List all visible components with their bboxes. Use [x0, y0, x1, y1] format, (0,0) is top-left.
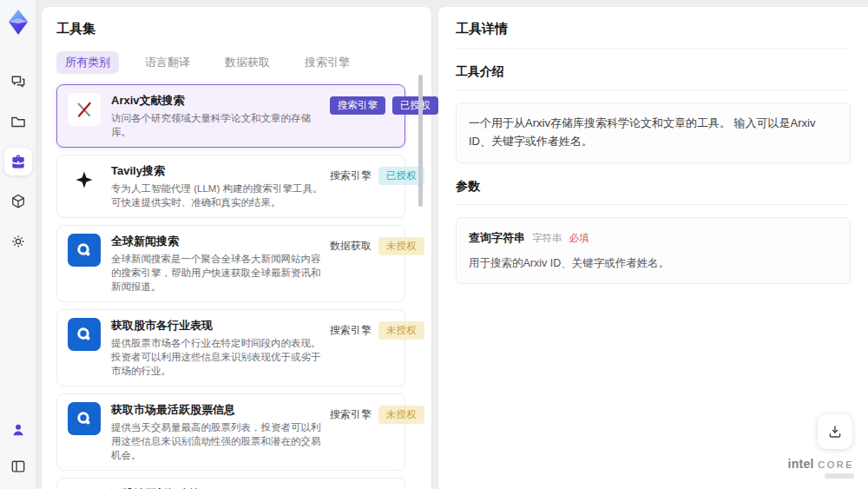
intel-brand-text: intel [787, 457, 813, 471]
tool-badges: 搜索引擎 未授权 [330, 402, 424, 424]
category-badge: 搜索引擎 [330, 96, 385, 115]
intro-heading: 工具介绍 [456, 64, 851, 90]
download-button[interactable] [818, 414, 852, 449]
tool-name: Arxiv文献搜索 [111, 93, 330, 109]
news-service-icon [68, 234, 101, 267]
tool-list-item[interactable]: 万维地区新闻查询 查询具体行政区划内的新闻，快速了解各地新闻动态 搜索引擎 未授… [56, 478, 405, 489]
tool-list-item[interactable]: 获取股市各行业表现 提供股票市场各个行业在特定时间段内的表现。投资者可以利用这些… [56, 309, 405, 387]
tool-text: 获取股市各行业表现 提供股票市场各个行业在特定时间段内的表现。投资者可以利用这些… [111, 318, 330, 378]
sidebar-item-tools[interactable] [4, 148, 32, 175]
tool-detail-panel: 工具详情 工具介绍 一个用于从Arxiv存储库搜索科学论文和文章的工具。 输入可… [438, 7, 868, 489]
tab-category-1[interactable]: 语言翻译 [136, 51, 199, 74]
tool-description: 提供股票市场各个行业在特定时间段内的表现。投资者可以利用这些信息来识别表现优于或… [111, 336, 330, 378]
tool-description: 全球新闻搜索是一个聚合全球各大新闻网站内容的搜索引擎，帮助用户快速获取全球最新资… [111, 252, 330, 294]
category-badge: 搜索引擎 [330, 169, 372, 183]
left-rail [0, 0, 36, 489]
intel-core-logo: intel core [787, 457, 854, 479]
param-card: 查询字符串 字符串 必填 用于搜索的Arxiv ID、关键字或作者姓名。 [456, 217, 851, 285]
category-tabs: 所有类别语言翻译数据获取搜索引擎 [56, 51, 418, 74]
param-type: 字符串 [532, 230, 562, 246]
news-service-icon [68, 318, 101, 351]
tool-list-panel: 工具集 所有类别语言翻译数据获取搜索引擎 Arxiv文献搜索 访问各个研究领域大… [42, 7, 431, 489]
scrollbar-thumb[interactable] [418, 75, 423, 207]
rail-nav [4, 68, 32, 255]
category-badge: 搜索引擎 [330, 407, 372, 422]
tab-category-3[interactable]: 搜索引擎 [296, 51, 358, 74]
sidebar-item-chat[interactable] [4, 68, 32, 96]
tool-list-item[interactable]: Tavily搜索 专为人工智能代理 (LLM) 构建的搜索引擎工具。可快速提供实… [56, 155, 405, 218]
tab-category-0[interactable]: 所有类别 [56, 51, 119, 74]
intro-text: 一个用于从Arxiv存储库搜索科学论文和文章的工具。 输入可以是Arxiv ID… [456, 102, 851, 163]
collapse-panel-icon [10, 458, 27, 475]
sidebar-item-files[interactable] [4, 108, 32, 135]
auth-status-badge: 未授权 [378, 321, 424, 340]
tab-category-2[interactable]: 数据获取 [216, 51, 279, 74]
params-heading: 参数 [456, 179, 851, 205]
tool-badges: 搜索引擎 未授权 [330, 318, 424, 340]
param-name: 查询字符串 [469, 229, 525, 248]
app-logo [6, 9, 30, 36]
tool-text: Arxiv文献搜索 访问各个研究领域大量科学论文和文章的存储库。 [111, 93, 330, 139]
category-badge: 搜索引擎 [330, 323, 372, 338]
tool-list-item[interactable]: 获取市场最活跃股票信息 提供当天交易量最高的股票列表，投资者可以利用这些信息来识… [56, 393, 405, 471]
page-title: 工具集 [56, 21, 418, 37]
tool-description: 提供当天交易量最高的股票列表，投资者可以利用这些信息来识别流动性强的股票和潜在的… [111, 420, 330, 462]
sidebar-item-plugins[interactable] [4, 188, 32, 215]
chat-icon [10, 73, 27, 90]
arxiv-logo-icon [68, 93, 101, 126]
tool-list-item[interactable]: 全球新闻搜索 全球新闻搜索是一个聚合全球各大新闻网站内容的搜索引擎，帮助用户快速… [56, 225, 405, 302]
cube-icon [10, 193, 27, 210]
tool-badges: 数据获取 未授权 [330, 234, 424, 255]
param-required-flag: 必填 [569, 230, 589, 246]
core-brand-text: core [818, 459, 854, 470]
tool-name: 获取股市各行业表现 [111, 318, 330, 334]
tool-description: 专为人工智能代理 (LLM) 构建的搜索引擎工具。可快速提供实时、准确和真实的结… [111, 182, 330, 209]
auth-status-badge: 已授权 [392, 96, 438, 115]
auth-status-badge: 已授权 [378, 167, 424, 185]
tool-name: 获取市场最活跃股票信息 [111, 402, 330, 418]
tool-text: Tavily搜索 专为人工智能代理 (LLM) 构建的搜索引擎工具。可快速提供实… [111, 163, 330, 209]
param-description: 用于搜索的Arxiv ID、关键字或作者姓名。 [469, 254, 838, 272]
auth-status-badge: 未授权 [378, 237, 424, 255]
tool-text: 获取市场最活跃股票信息 提供当天交易量最高的股票列表，投资者可以利用这些信息来识… [111, 402, 330, 462]
tool-name: 全球新闻搜索 [111, 234, 330, 249]
intel-sub-mark [825, 473, 854, 479]
tool-badges: 搜索引擎 已授权 [330, 163, 424, 185]
rail-bottom [4, 416, 32, 480]
collapse-sidebar-button[interactable] [4, 453, 32, 480]
download-icon [827, 424, 843, 439]
news-service-icon [68, 402, 101, 435]
sidebar-item-settings[interactable] [4, 228, 32, 255]
tool-list: Arxiv文献搜索 访问各个研究领域大量科学论文和文章的存储库。 搜索引擎 已授… [56, 84, 418, 489]
tool-description: 访问各个研究领域大量科学论文和文章的存储库。 [111, 111, 330, 139]
briefcase-icon [10, 153, 27, 170]
detail-title: 工具详情 [456, 21, 851, 49]
folder-icon [10, 113, 27, 130]
tool-name: Tavily搜索 [111, 163, 330, 179]
tool-list-item[interactable]: Arxiv文献搜索 访问各个研究领域大量科学论文和文章的存储库。 搜索引擎 已授… [56, 84, 405, 148]
user-avatar[interactable] [4, 416, 32, 444]
sparkle-icon [68, 163, 101, 196]
auth-status-badge: 未授权 [378, 406, 424, 424]
user-icon [10, 421, 27, 439]
tool-text: 全球新闻搜索 全球新闻搜索是一个聚合全球各大新闻网站内容的搜索引擎，帮助用户快速… [111, 234, 330, 294]
gear-icon [10, 233, 27, 250]
category-badge: 数据获取 [330, 239, 372, 254]
